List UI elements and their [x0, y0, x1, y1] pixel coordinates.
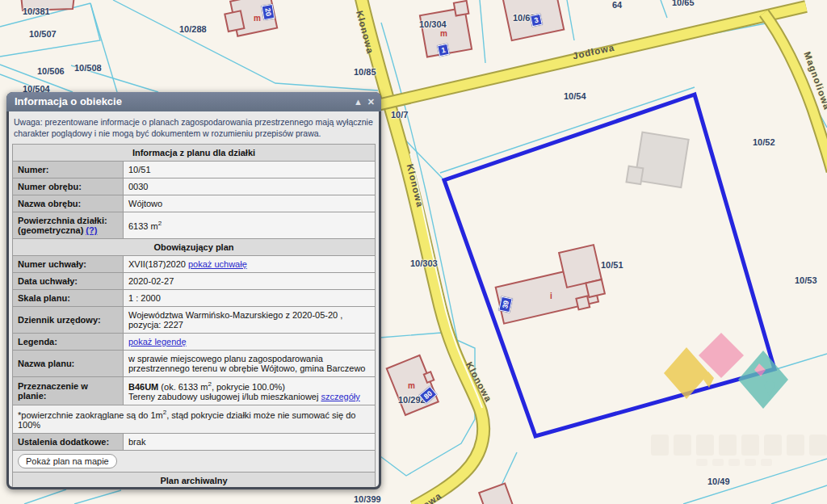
row-value: w sprawie miejscowego planu zagospodarow… — [124, 351, 376, 377]
section-header-plan: Informacja z planu dla działki — [13, 145, 376, 162]
dialog-title-text: Informacja o obiekcie — [15, 95, 122, 107]
table-row: *powierzchnie zaokrąglane są do 1m2, stą… — [13, 405, 376, 433]
row-label: Legenda: — [13, 334, 124, 351]
row-label: Przeznaczenie w planie: — [13, 377, 124, 405]
dialog-titlebar[interactable]: Informacja o obiekcie ▲ ✕ — [6, 92, 381, 111]
area-sup: 2 — [158, 220, 162, 227]
row-label: Numer uchwały: — [13, 256, 124, 273]
show-legend-link[interactable]: pokaż legendę — [128, 337, 187, 346]
rounding-note: *powierzchnie zaokrąglane są do 1m2, stą… — [13, 405, 376, 433]
map-viewport[interactable]: 10/381 10/507 10/288 10/506 10/508 10/50… — [0, 0, 827, 504]
button-row: Pokaż plan na mapie — [13, 450, 376, 472]
plan-info-table: Informacja z planu dla działki Numer: 10… — [12, 144, 376, 487]
details-link[interactable]: szczegóły — [321, 392, 359, 401]
minimize-icon[interactable]: ▲ — [354, 98, 363, 107]
parcel-label: 10/65 — [672, 0, 695, 7]
table-row: Numer uchwały: XVII(187)2020 pokaż uchwa… — [13, 256, 376, 273]
table-row: Pokaż plan na mapie — [13, 450, 376, 472]
parcel-label: 10/303 — [410, 258, 438, 268]
building-letter-m: m — [254, 14, 261, 23]
row-value: Wójtowo — [124, 195, 376, 212]
table-row: Numer obrębu: 0030 — [13, 178, 376, 195]
area-help-link[interactable]: (?) — [86, 225, 97, 235]
area-label-line1: Powierzchnia działki: — [18, 216, 107, 225]
parcel-label: 10/51 — [601, 260, 623, 270]
parcel-label: 10/288 — [179, 24, 207, 34]
area-label-line2: (geometryczna) — [18, 225, 86, 235]
row-value: brak — [124, 433, 376, 450]
row-label: Dziennik urzędowy: — [13, 307, 124, 334]
row-label: Data uchwały: — [13, 273, 124, 290]
zone-code: B46UM — [128, 382, 158, 392]
dialog-body: Uwaga: prezentowane informacje o planach… — [9, 111, 379, 487]
parcel-label: 64 — [612, 0, 622, 10]
table-row: Data uchwały: 2020-02-27 — [13, 273, 376, 290]
row-value: B46UM (ok. 6133 m2, pokrycie 100.0%) Ter… — [124, 377, 376, 405]
row-label: Ustalenia dodatkowe: — [13, 433, 124, 450]
row-value: XVII(187)2020 pokaż uchwałę — [124, 256, 376, 273]
parcel-label: 10/508 — [74, 63, 102, 73]
note-pre: *powierzchnie zaokrąglane są do 1m — [18, 410, 163, 420]
close-icon[interactable]: ✕ — [367, 98, 375, 107]
building-letter-i: i — [550, 292, 552, 300]
row-label: Skala planu: — [13, 290, 124, 307]
disclaimer-text: Uwaga: prezentowane informacje o planach… — [12, 115, 376, 144]
parcel-label: 10/381 — [23, 6, 50, 16]
row-label: Numer: — [13, 162, 124, 178]
row-value: pokaż legendę — [124, 334, 376, 351]
parcel-label: 10/506 — [37, 66, 65, 76]
area-value: 6133 m — [128, 221, 158, 231]
house-number-plate: 20 — [262, 4, 275, 20]
object-info-dialog: Informacja o obiekcie ▲ ✕ Uwaga: prezent… — [6, 92, 381, 489]
section-header-archival-plan: Plan archiwalny — [13, 472, 376, 487]
show-resolution-link[interactable]: pokaż uchwałę — [188, 259, 247, 269]
watermark-text-row2 — [696, 459, 772, 466]
table-row: Dziennik urzędowy: Województwa Warmińsko… — [13, 307, 376, 334]
parcel-label: 10/49 — [707, 477, 730, 486]
row-value: Województwa Warmińsko-Mazurskiego z 2020… — [124, 307, 376, 334]
parcel-label: 10/54 — [564, 91, 586, 101]
table-row: Ustalenia dodatkowe: brak — [13, 433, 376, 450]
house-number-plate: 1 — [437, 44, 450, 57]
table-row: Nazwa obrębu: Wójtowo — [13, 195, 376, 212]
house-number-plate: 3 — [530, 14, 543, 27]
row-value: 0030 — [124, 178, 376, 195]
watermark-text-row1 — [651, 435, 827, 456]
row-label: Nazwa obrębu: — [13, 195, 124, 212]
table-row: Przeznaczenie w planie: B46UM (ok. 6133 … — [13, 377, 376, 405]
parcel-label: 10/304 — [419, 19, 447, 29]
parcel-label: 10/53 — [795, 275, 817, 285]
row-value: 10/51 — [124, 162, 376, 178]
zone-pre: (ok. 6133 m — [158, 382, 208, 392]
parcel-label: 10/399 — [354, 494, 381, 504]
row-value: 2020-02-27 — [124, 273, 376, 290]
parcel-label: 10/85 — [354, 67, 376, 77]
zone-description: Tereny zabudowy usługowej i/lub mieszkan… — [128, 392, 321, 401]
zone-post: , pokrycie 100.0%) — [212, 382, 285, 392]
show-plan-on-map-button[interactable]: Pokaż plan na mapie — [18, 454, 117, 468]
building-letter-m: m — [408, 381, 415, 390]
row-value: 6133 m2 — [124, 212, 376, 239]
table-row: Nazwa planu: w sprawie miejscowego planu… — [13, 351, 376, 377]
building-letter-m: m — [440, 29, 447, 38]
row-value: 1 : 2000 — [124, 290, 376, 307]
table-row: Numer: 10/51 — [13, 162, 376, 178]
section-header-current-plan: Obowiązujący plan — [13, 239, 376, 256]
row-label: Nazwa planu: — [13, 351, 124, 377]
table-row: Legenda: pokaż legendę — [13, 334, 376, 351]
parcel-label: 10/52 — [753, 137, 775, 147]
table-row: Skala planu: 1 : 2000 — [13, 290, 376, 307]
parcel-label: 10/7 — [391, 110, 408, 120]
table-row: Powierzchnia działki: (geometryczna) (?)… — [13, 212, 376, 239]
row-label: Numer obrębu: — [13, 178, 124, 195]
row-label: Powierzchnia działki: (geometryczna) (?) — [13, 212, 124, 239]
parcel-label: 10/507 — [29, 29, 57, 39]
resolution-number: XVII(187)2020 — [128, 259, 188, 269]
